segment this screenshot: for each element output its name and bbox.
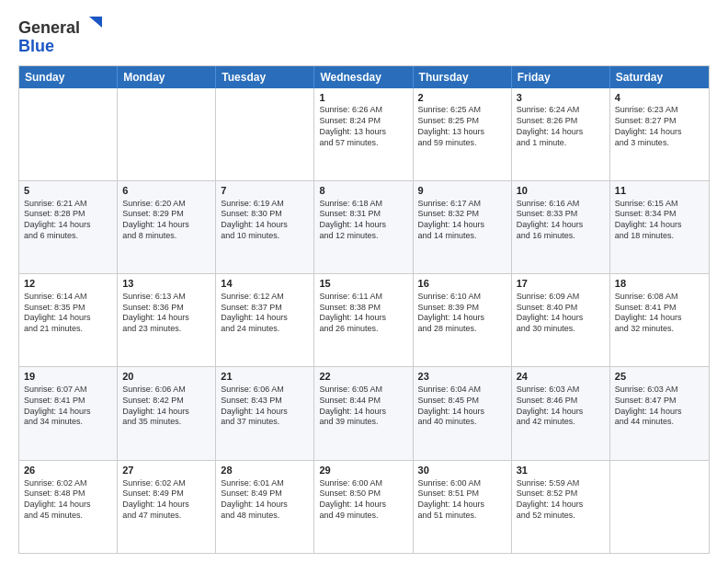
header-day-thursday: Thursday	[414, 66, 512, 88]
day-number: 17	[517, 277, 605, 291]
calendar-cell: 1Sunrise: 6:26 AM Sunset: 8:24 PM Daylig…	[314, 88, 413, 180]
day-info: Sunrise: 6:23 AM Sunset: 8:27 PM Dayligh…	[615, 105, 704, 148]
day-number: 5	[24, 184, 112, 198]
calendar-cell: 12Sunrise: 6:14 AM Sunset: 8:35 PM Dayli…	[19, 274, 118, 366]
calendar-cell: 5Sunrise: 6:21 AM Sunset: 8:28 PM Daylig…	[19, 181, 118, 273]
day-info: Sunrise: 6:05 AM Sunset: 8:44 PM Dayligh…	[319, 385, 407, 428]
calendar-cell: 2Sunrise: 6:25 AM Sunset: 8:25 PM Daylig…	[414, 88, 512, 180]
day-number: 2	[418, 91, 506, 105]
calendar-cell: 25Sunrise: 6:03 AM Sunset: 8:47 PM Dayli…	[610, 367, 709, 459]
day-info: Sunrise: 6:21 AM Sunset: 8:28 PM Dayligh…	[24, 199, 112, 242]
calendar-cell: 4Sunrise: 6:23 AM Sunset: 8:27 PM Daylig…	[610, 88, 709, 180]
day-info: Sunrise: 6:16 AM Sunset: 8:33 PM Dayligh…	[517, 199, 605, 242]
day-number: 28	[221, 464, 309, 477]
day-info: Sunrise: 6:02 AM Sunset: 8:49 PM Dayligh…	[122, 478, 210, 522]
day-number: 4	[615, 91, 704, 105]
header-day-monday: Monday	[118, 66, 216, 88]
day-number: 1	[319, 91, 407, 105]
calendar: SundayMondayTuesdayWednesdayThursdayFrid…	[18, 65, 710, 554]
day-number: 27	[122, 464, 210, 477]
day-number: 10	[517, 184, 605, 198]
day-number: 26	[24, 464, 112, 477]
day-info: Sunrise: 6:20 AM Sunset: 8:29 PM Dayligh…	[122, 199, 210, 242]
day-info: Sunrise: 6:09 AM Sunset: 8:40 PM Dayligh…	[517, 292, 605, 335]
day-info: Sunrise: 6:02 AM Sunset: 8:48 PM Dayligh…	[24, 478, 112, 522]
day-number: 19	[24, 370, 112, 384]
calendar-cell: 29Sunrise: 6:00 AM Sunset: 8:50 PM Dayli…	[314, 461, 413, 553]
day-info: Sunrise: 6:17 AM Sunset: 8:32 PM Dayligh…	[418, 199, 506, 242]
day-number: 12	[24, 277, 112, 291]
calendar-cell	[216, 88, 314, 180]
day-number: 20	[122, 370, 210, 384]
logo-general: General	[18, 18, 80, 37]
day-info: Sunrise: 6:04 AM Sunset: 8:45 PM Dayligh…	[418, 385, 506, 428]
calendar-cell: 17Sunrise: 6:09 AM Sunset: 8:40 PM Dayli…	[512, 274, 610, 366]
calendar-week-3: 12Sunrise: 6:14 AM Sunset: 8:35 PM Dayli…	[19, 273, 709, 366]
calendar-cell	[19, 88, 118, 180]
day-number: 31	[517, 464, 605, 477]
calendar-header: SundayMondayTuesdayWednesdayThursdayFrid…	[19, 66, 709, 88]
calendar-cell: 9Sunrise: 6:17 AM Sunset: 8:32 PM Daylig…	[414, 181, 512, 273]
day-number: 6	[122, 184, 210, 198]
page: General Blue SundayMondayTuesdayWednesda…	[0, 0, 728, 563]
calendar-cell: 7Sunrise: 6:19 AM Sunset: 8:30 PM Daylig…	[216, 181, 314, 273]
calendar-week-2: 5Sunrise: 6:21 AM Sunset: 8:28 PM Daylig…	[19, 180, 709, 273]
calendar-cell: 23Sunrise: 6:04 AM Sunset: 8:45 PM Dayli…	[414, 367, 512, 459]
day-number: 14	[221, 277, 309, 291]
header-day-tuesday: Tuesday	[216, 66, 314, 88]
day-number: 22	[319, 370, 407, 384]
day-info: Sunrise: 6:06 AM Sunset: 8:43 PM Dayligh…	[221, 385, 309, 428]
day-info: Sunrise: 6:00 AM Sunset: 8:50 PM Dayligh…	[319, 478, 407, 522]
day-number: 30	[418, 464, 506, 477]
day-number: 21	[221, 370, 309, 384]
calendar-cell: 6Sunrise: 6:20 AM Sunset: 8:29 PM Daylig…	[118, 181, 216, 273]
day-info: Sunrise: 6:03 AM Sunset: 8:47 PM Dayligh…	[615, 385, 704, 428]
calendar-cell: 16Sunrise: 6:10 AM Sunset: 8:39 PM Dayli…	[414, 274, 512, 366]
calendar-cell: 22Sunrise: 6:05 AM Sunset: 8:44 PM Dayli…	[314, 367, 413, 459]
logo: General Blue	[18, 15, 102, 56]
day-info: Sunrise: 6:24 AM Sunset: 8:26 PM Dayligh…	[517, 105, 605, 148]
day-number: 23	[418, 370, 506, 384]
day-number: 16	[418, 277, 506, 291]
day-info: Sunrise: 6:03 AM Sunset: 8:46 PM Dayligh…	[517, 385, 605, 428]
day-number: 3	[517, 91, 605, 105]
header-day-wednesday: Wednesday	[314, 66, 413, 88]
calendar-cell: 31Sunrise: 5:59 AM Sunset: 8:52 PM Dayli…	[512, 461, 610, 553]
day-number: 8	[319, 184, 407, 198]
day-info: Sunrise: 6:12 AM Sunset: 8:37 PM Dayligh…	[221, 292, 309, 335]
day-number: 29	[319, 464, 407, 477]
day-info: Sunrise: 6:00 AM Sunset: 8:51 PM Dayligh…	[418, 478, 506, 522]
header: General Blue	[18, 15, 710, 56]
calendar-week-1: 1Sunrise: 6:26 AM Sunset: 8:24 PM Daylig…	[19, 88, 709, 180]
svg-marker-0	[89, 17, 102, 28]
calendar-cell: 13Sunrise: 6:13 AM Sunset: 8:36 PM Dayli…	[118, 274, 216, 366]
day-info: Sunrise: 6:06 AM Sunset: 8:42 PM Dayligh…	[122, 385, 210, 428]
day-number: 24	[517, 370, 605, 384]
calendar-cell: 24Sunrise: 6:03 AM Sunset: 8:46 PM Dayli…	[512, 367, 610, 459]
day-info: Sunrise: 6:14 AM Sunset: 8:35 PM Dayligh…	[24, 292, 112, 335]
header-day-sunday: Sunday	[19, 66, 118, 88]
day-number: 9	[418, 184, 506, 198]
day-number: 15	[319, 277, 407, 291]
logo-text: General Blue	[18, 15, 102, 56]
day-info: Sunrise: 6:01 AM Sunset: 8:49 PM Dayligh…	[221, 478, 309, 522]
calendar-cell: 21Sunrise: 6:06 AM Sunset: 8:43 PM Dayli…	[216, 367, 314, 459]
calendar-cell: 3Sunrise: 6:24 AM Sunset: 8:26 PM Daylig…	[512, 88, 610, 180]
day-number: 7	[221, 184, 309, 198]
day-number: 13	[122, 277, 210, 291]
day-info: Sunrise: 6:18 AM Sunset: 8:31 PM Dayligh…	[319, 199, 407, 242]
day-info: Sunrise: 6:07 AM Sunset: 8:41 PM Dayligh…	[24, 385, 112, 428]
calendar-cell: 26Sunrise: 6:02 AM Sunset: 8:48 PM Dayli…	[19, 461, 118, 553]
calendar-cell: 30Sunrise: 6:00 AM Sunset: 8:51 PM Dayli…	[414, 461, 512, 553]
calendar-cell: 8Sunrise: 6:18 AM Sunset: 8:31 PM Daylig…	[314, 181, 413, 273]
calendar-cell: 20Sunrise: 6:06 AM Sunset: 8:42 PM Dayli…	[118, 367, 216, 459]
day-info: Sunrise: 6:11 AM Sunset: 8:38 PM Dayligh…	[319, 292, 407, 335]
day-number: 11	[615, 184, 704, 198]
header-day-friday: Friday	[512, 66, 610, 88]
calendar-week-4: 19Sunrise: 6:07 AM Sunset: 8:41 PM Dayli…	[19, 366, 709, 459]
header-day-saturday: Saturday	[610, 66, 709, 88]
day-info: Sunrise: 6:19 AM Sunset: 8:30 PM Dayligh…	[221, 199, 309, 242]
day-info: Sunrise: 6:26 AM Sunset: 8:24 PM Dayligh…	[319, 105, 407, 148]
day-info: Sunrise: 6:13 AM Sunset: 8:36 PM Dayligh…	[122, 292, 210, 335]
calendar-cell: 15Sunrise: 6:11 AM Sunset: 8:38 PM Dayli…	[314, 274, 413, 366]
